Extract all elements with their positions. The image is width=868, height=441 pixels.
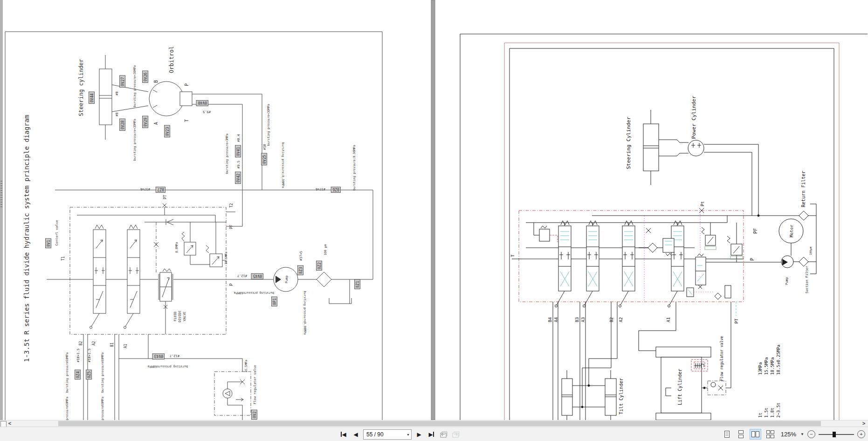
diagram-label: bursting pressure0.98MPa [303, 291, 307, 335]
diagram-label: A1 [666, 317, 671, 322]
spec-capacity: 1t [758, 413, 763, 418]
diagram-label: #8 [115, 92, 119, 95]
spec-pressure: 13MPa [758, 362, 763, 375]
diagram-label: 100μm [809, 247, 813, 255]
diagram-label: T1 [61, 256, 65, 261]
last-page-icon [433, 432, 434, 437]
diagram-label: 0V26 [144, 73, 148, 81]
zoom-slider[interactable] [819, 431, 854, 438]
diagram-label: FLUID [173, 312, 177, 321]
zoom-dropdown-caret-icon[interactable]: ▼ [800, 432, 804, 436]
diagram-label: bursting pressure60MPa [65, 397, 69, 420]
diagram-label: 0V27 [121, 77, 125, 86]
two-page-continuous-layout-icon [766, 430, 774, 438]
diagram-label: B2 [79, 341, 83, 346]
diagram-label: 8.8MPa [175, 242, 179, 253]
diagram-label: Steering cylinder [78, 59, 84, 116]
diagram-label: 0Z4 [76, 371, 80, 378]
diagram-label: #10×1.5 [88, 348, 91, 362]
single-page-layout-button[interactable] [722, 429, 732, 440]
scroll-right-icon[interactable]: > [861, 421, 867, 427]
diagram-label: bursting pressure:0.98MPa [281, 142, 285, 188]
diagram-label: bursting pressure60MPa [101, 353, 104, 393]
last-page-button[interactable]: ▶ [427, 429, 436, 440]
spec-capacity: 1.8t [770, 407, 775, 418]
right-page-sheet [435, 0, 868, 420]
diagram-label: 0Z7 [157, 187, 164, 191]
spec-pressure: 15.5MPa [764, 357, 769, 375]
zoom-level-value: 125% [779, 431, 796, 438]
diagram-label: #37×5 [299, 251, 303, 261]
diagram-label: 0V28 [121, 121, 125, 129]
diagram-label: Motor [789, 224, 794, 237]
diagram-label: Flow regulator valve [720, 336, 724, 381]
zoom-slider-knob[interactable] [833, 432, 836, 437]
diagram-label: #37×6 [316, 187, 325, 191]
diagram-label: #9.5 [203, 110, 211, 114]
page-number-box: ▼ [363, 429, 412, 440]
diagram-label: B [153, 80, 158, 83]
first-page-button[interactable]: ◀ [339, 429, 348, 440]
diagram-label: bursting pressure<30MPa [133, 65, 137, 107]
diagram-label: PF [753, 228, 758, 234]
diagram-label: 0Z5 [87, 371, 91, 378]
previous-view-button[interactable] [439, 429, 448, 440]
next-page-button[interactable]: ▶ [414, 429, 424, 440]
document-canvas: 1-3.5t R series fluid divide hydraulic s… [0, 0, 868, 420]
diagram-label: 0V29 [144, 118, 148, 127]
diagram-label: bursting pressure<3MPa [225, 134, 229, 174]
page-dropdown-caret-icon[interactable]: ▼ [406, 433, 410, 436]
diagram-label: 0Z1 [356, 281, 360, 288]
left-page-title: 1-3.5t R series fluid divide hydraulic s… [23, 115, 30, 362]
diagram-label: Contorl valve [55, 220, 59, 246]
diagram-label: P [229, 283, 234, 286]
two-page-layout-button[interactable] [750, 429, 761, 440]
diagram-label: A4 [554, 317, 558, 322]
page-number-input[interactable] [364, 431, 405, 438]
scrollbar-thumb[interactable] [58, 421, 821, 426]
last-page-icon: ▶ [428, 432, 433, 437]
single-page-layout-icon [723, 430, 730, 438]
diagram-label: bursting pressure<30MPa [133, 119, 137, 161]
diagram-label: 0V2 [253, 411, 257, 418]
pdf-viewer-window: 1-3.5t R series fluid divide hydraulic s… [0, 0, 868, 441]
two-page-continuous-layout-button[interactable] [765, 429, 776, 440]
diagram-label: bursting pressure60MPa [65, 353, 69, 393]
zoom-layout-cluster: 125% ▼ − + [722, 427, 865, 441]
scroll-left-icon[interactable]: < [7, 421, 13, 427]
diagram-label: #10×1.5 [76, 348, 80, 362]
diagram-label: 0V1 [47, 240, 51, 247]
diagram-label: #8.4 [237, 134, 241, 142]
diagram-label: Pt [700, 201, 705, 206]
diagram-label: P [750, 258, 755, 261]
diagram-label: #12.7 [170, 354, 179, 358]
diagram-label: bursting pressure<30MPa [267, 104, 270, 146]
zoom-out-button[interactable]: − [807, 430, 815, 438]
spec-capacity: 2~3.5t [776, 402, 781, 418]
diagram-label: bursting pressure60MPa [234, 291, 274, 295]
next-view-button[interactable] [451, 429, 460, 440]
diagram-label: 100 μm [324, 244, 327, 255]
diagram-label: bursting pressure60MPa [148, 365, 188, 368]
diagram-label: Flow regulator valve [253, 365, 257, 404]
zoom-in-button[interactable]: + [857, 430, 865, 438]
horizontal-scrollbar[interactable]: < > [0, 420, 868, 427]
diagram-label: T [184, 119, 189, 122]
previous-page-button[interactable]: ◀ [351, 429, 360, 440]
diagram-label: DIVIDE [178, 311, 182, 322]
diagram-label: bursting pressure60MPa [101, 397, 104, 420]
diagram-label: VALVE [183, 312, 186, 321]
diagram-label: A [153, 122, 158, 125]
diagram-label: 18.5MPa [224, 252, 228, 265]
diagram-label: #12.7 [237, 274, 247, 278]
diagram-label: 0V44 [90, 94, 94, 102]
spec-capacity: 1.5t [764, 407, 769, 418]
diagram-label: 0Z3 [299, 267, 303, 274]
next-page-icon: ▶ [417, 432, 421, 437]
diagram-label: Steering Cylinder [626, 116, 632, 169]
diagram-label: B4 [548, 317, 552, 322]
two-page-layout-icon [751, 430, 759, 438]
continuous-layout-button[interactable] [736, 429, 746, 440]
diagram-label: P [184, 83, 189, 86]
diagram-label: 0V43 [154, 354, 163, 358]
